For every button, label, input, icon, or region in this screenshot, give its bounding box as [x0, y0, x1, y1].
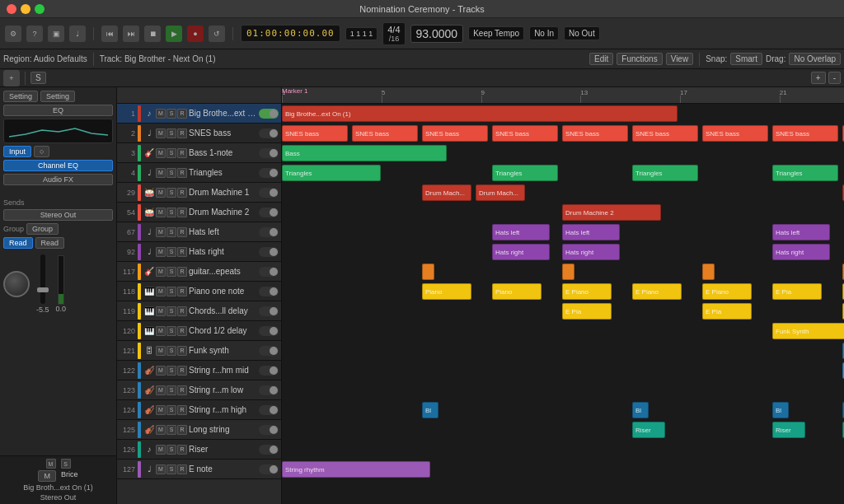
audio-fx-button[interactable]: Audio FX: [3, 174, 113, 185]
block-36[interactable]: Piano: [492, 283, 542, 300]
tempo-display[interactable]: 93.0000: [410, 25, 464, 43]
track-enable-toggle[interactable]: [259, 227, 279, 237]
track-s-btn[interactable]: S: [166, 287, 176, 296]
add-track-btn[interactable]: +: [3, 70, 20, 86]
track-r-btn[interactable]: R: [177, 385, 187, 395]
track-m-btn[interactable]: M: [156, 445, 166, 455]
track-enable-toggle[interactable]: [259, 188, 279, 198]
block-0[interactable]: Big Brothe...ext On (1): [282, 105, 678, 122]
track-r-btn[interactable]: R: [177, 425, 187, 435]
block-3[interactable]: SNES bass: [422, 125, 488, 142]
track-enable-toggle[interactable]: [259, 148, 279, 158]
track-enable-toggle[interactable]: [259, 405, 279, 415]
block-19[interactable]: Drum Mach...: [476, 184, 525, 201]
track-header-120[interactable]: 120🎹MSRChord 1/2 delay: [117, 321, 281, 341]
track-enable-toggle[interactable]: [259, 109, 279, 119]
track-m-btn[interactable]: M: [156, 267, 166, 277]
track-enable-toggle[interactable]: [259, 445, 279, 455]
track-m-btn[interactable]: M: [156, 346, 166, 356]
track-header-117[interactable]: 117🎸MSRguitar...epeats: [117, 262, 281, 282]
track-enable-toggle[interactable]: [259, 346, 279, 356]
track-header-1[interactable]: 1♪MSRBig Brothe...ext On (1): [117, 104, 281, 124]
track-s-btn[interactable]: S: [166, 445, 176, 455]
block-5[interactable]: SNES bass: [562, 125, 628, 142]
input-button[interactable]: Input: [3, 146, 31, 157]
track-header-122[interactable]: 122🎻MSRString r...hm mid: [117, 361, 281, 380]
eq-button[interactable]: EQ: [3, 105, 113, 116]
block-64[interactable]: Riser: [632, 422, 665, 438]
track-s-btn[interactable]: S: [166, 188, 176, 198]
block-40[interactable]: E Pia: [772, 283, 822, 300]
setting-button[interactable]: Setting: [3, 91, 38, 102]
track-s-btn[interactable]: S: [166, 208, 176, 217]
snap-value[interactable]: Smart: [730, 53, 762, 65]
block-46[interactable]: E Pia: [562, 303, 612, 320]
track-s-btn[interactable]: S: [166, 326, 176, 336]
cycle-btn[interactable]: ↺: [209, 26, 225, 42]
block-38[interactable]: E Piano: [632, 283, 682, 300]
track-r-btn[interactable]: R: [177, 287, 187, 296]
track-s-btn[interactable]: S: [166, 109, 176, 119]
read-button2[interactable]: Read: [35, 237, 65, 249]
track-header-54[interactable]: 54🥁MSRDrum Machine 2: [117, 203, 281, 222]
fast-forward-btn[interactable]: ⏭: [123, 26, 139, 42]
track-r-btn[interactable]: R: [177, 109, 187, 119]
block-11[interactable]: Bass: [282, 145, 447, 161]
block-13[interactable]: Triangles: [282, 165, 381, 181]
track-s-btn[interactable]: S: [166, 247, 176, 257]
track-header-119[interactable]: 119🎹MSRChords...ll delay: [117, 301, 281, 321]
read-button[interactable]: Read: [3, 237, 33, 249]
track-header-121[interactable]: 121🎛MSRFunk synth: [117, 341, 281, 361]
block-58[interactable]: Bl: [422, 402, 438, 418]
track-enable-toggle[interactable]: [259, 128, 279, 138]
block-6[interactable]: SNES bass: [632, 125, 698, 142]
record-btn[interactable]: ●: [187, 26, 204, 42]
track-m-btn[interactable]: M: [156, 148, 166, 158]
track-enable-toggle[interactable]: [259, 326, 279, 336]
track-m-btn[interactable]: M: [156, 464, 166, 474]
stereo-out-button[interactable]: Stereo Out: [3, 209, 113, 221]
track-header-3[interactable]: 3🎸MSRBass 1-note: [117, 143, 281, 163]
block-51[interactable]: Funk Synth: [772, 323, 844, 339]
track-m-btn[interactable]: M: [156, 366, 166, 376]
track-header-123[interactable]: 123🎻MSRString r...m low: [117, 380, 281, 400]
track-s-btn[interactable]: S: [166, 366, 176, 376]
block-21[interactable]: Drum Machine 2: [562, 204, 661, 221]
track-r-btn[interactable]: R: [177, 405, 187, 415]
group-button[interactable]: Group: [26, 223, 59, 235]
fader-track[interactable]: [40, 254, 45, 304]
fader-thumb[interactable]: [37, 287, 49, 292]
block-27[interactable]: Hats right: [562, 244, 620, 260]
track-r-btn[interactable]: R: [177, 326, 187, 336]
track-enable-toggle[interactable]: [259, 425, 279, 435]
track-r-btn[interactable]: R: [177, 464, 187, 474]
help-btn[interactable]: ?: [26, 26, 43, 42]
track-s-btn[interactable]: S: [166, 385, 176, 395]
settings-btn[interactable]: ⚙: [5, 26, 21, 42]
block-1[interactable]: SNES bass: [282, 125, 348, 142]
track-header-67[interactable]: 67♩MSRHats left: [117, 222, 281, 242]
track-header-118[interactable]: 118🎹MSRPiano one note: [117, 282, 281, 301]
track-timeline[interactable]: Big Brothe...ext On (1)SNES bassSNES bas…: [282, 104, 844, 504]
block-39[interactable]: E Piano: [702, 283, 752, 300]
track-r-btn[interactable]: R: [177, 445, 187, 455]
pan-knob[interactable]: [3, 271, 30, 297]
block-24[interactable]: Hats left: [562, 224, 620, 240]
track-r-btn[interactable]: R: [177, 247, 187, 257]
track-s-btn[interactable]: S: [166, 168, 176, 178]
track-r-btn[interactable]: R: [177, 267, 187, 277]
metronome-btn[interactable]: ♩: [69, 26, 86, 42]
rewind-btn[interactable]: ⏮: [101, 26, 118, 42]
block-2[interactable]: SNES bass: [352, 125, 418, 142]
track-m-btn[interactable]: M: [156, 405, 166, 415]
track-header-127[interactable]: 127♩MSRE note: [117, 460, 281, 479]
track-s-btn[interactable]: S: [166, 464, 176, 474]
track-enable-toggle[interactable]: [259, 168, 279, 178]
track-m-btn[interactable]: M: [156, 168, 166, 178]
minimize-icon[interactable]: [21, 4, 30, 14]
block-26[interactable]: Hats right: [492, 244, 550, 260]
s-btn-bottom[interactable]: S: [61, 459, 71, 469]
track-enable-toggle[interactable]: [259, 306, 279, 316]
track-s-btn[interactable]: S: [166, 128, 176, 138]
block-18[interactable]: Drum Mach...: [422, 184, 471, 201]
